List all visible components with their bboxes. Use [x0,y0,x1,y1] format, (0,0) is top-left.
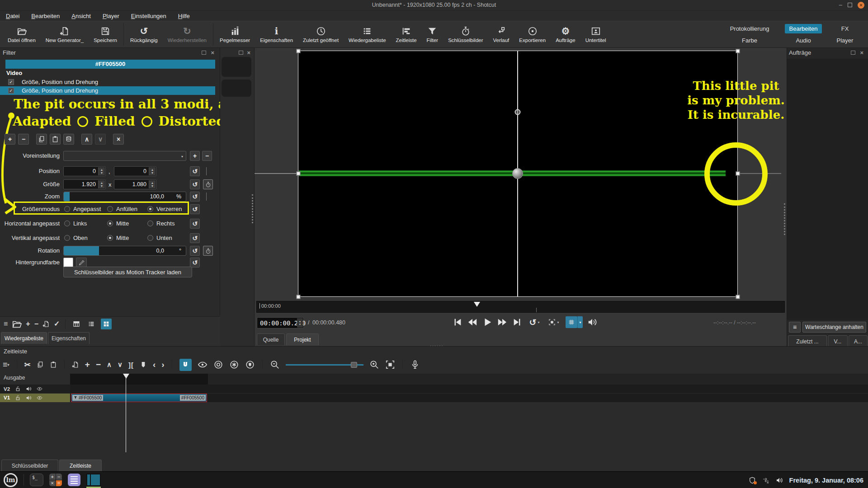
layout-fx[interactable]: FX [837,24,854,33]
terminal-launcher[interactable]: $_ [30,474,43,486]
menu-datei[interactable]: Datei [6,13,19,19]
recent-button[interactable]: Zuletzt geöffnet [298,21,344,47]
vui-corner-handle[interactable] [736,295,740,299]
filter-enabled-checkbox[interactable]: ✓ [8,79,14,85]
tab-wiedergabeliste[interactable]: Wiedergabeliste [1,332,47,344]
playlist-button[interactable]: Wiedergabeliste [344,21,391,47]
snap-toggle-button[interactable] [179,359,192,371]
play-button[interactable] [482,317,493,328]
properties-button[interactable]: i Eigenschaften [255,21,298,47]
shotcut-window-button[interactable] [86,474,101,486]
remove-from-playlist-icon[interactable]: − [34,320,38,328]
open-file-button[interactable]: Datei öffnen [3,21,41,47]
tab-zeitleiste[interactable]: Zeitleiste [59,460,102,471]
scrub-while-dragging-icon[interactable] [198,360,208,370]
close-panel-icon[interactable]: × [211,50,214,55]
track-header-v1-selected[interactable]: V1 [0,394,70,402]
text-editor-launcher[interactable] [68,474,80,486]
menu-bearbeiten[interactable]: Bearbeiten [31,13,60,19]
color-picker-button[interactable] [76,258,87,267]
rotation-slider[interactable]: 0,0 ° [63,246,186,256]
filter-set-button[interactable] [63,134,74,145]
float-panel-icon[interactable] [202,51,206,55]
timeline-master-label[interactable]: Ausgabe [4,375,25,381]
redo-button[interactable]: ↻ Wiederherstellen [163,21,212,47]
ripple-icon[interactable] [213,360,223,370]
mute-icon[interactable] [26,386,32,392]
tab-verlauf[interactable]: V... [828,335,848,347]
minimize-icon[interactable]: – [839,1,842,9]
tab-eigenschaften[interactable]: Eigenschaften [48,332,90,344]
filter-row[interactable]: ✓ Größe, Position und Drehung [0,78,215,86]
history-button[interactable]: Verlauf [488,21,514,47]
menu-player[interactable]: Player [103,13,119,19]
reset-zoom-button[interactable]: ↺ [190,192,200,202]
vui-middle-left-handle[interactable] [297,172,301,176]
append-icon[interactable] [72,361,79,368]
save-preset-button[interactable]: + [190,151,200,161]
copy-filters-button[interactable] [36,134,47,145]
radio-icon-selected[interactable] [107,235,113,241]
filters-button[interactable]: Filter [422,21,443,47]
layout-audio[interactable]: Audio [791,36,815,45]
undo-button[interactable]: ↺ Rückgängig [125,21,163,47]
jobs-button[interactable]: ⚙ Aufträge [551,21,580,47]
view-icons-button[interactable] [101,319,112,329]
lock-icon[interactable] [15,386,21,392]
move-filter-up-button[interactable]: ∧ [81,134,92,145]
vui-rotation-handle[interactable] [515,109,521,115]
rewind-button[interactable] [467,317,478,328]
zoom-fit-icon[interactable] [385,360,395,370]
track-header-v2[interactable]: V2 [0,385,70,393]
grid-button[interactable]: ▾ [566,316,583,328]
timeline-clip[interactable]: #FF005500 #FF005500 [71,394,207,402]
next-marker-icon[interactable]: › [161,360,164,370]
mute-icon[interactable] [26,395,32,401]
pause-queue-button[interactable]: Warteschlange anhalten [802,322,866,333]
maximize-icon[interactable] [848,3,852,7]
mint-menu-button[interactable]: lm [4,473,18,487]
preset-combobox[interactable]: ▾ [63,151,186,161]
zoom-in-icon[interactable] [369,360,379,370]
menu-einstellungen[interactable]: Einstellungen [131,13,166,19]
tab-schluesselbilder[interactable]: Schlüsselbilder [1,460,58,471]
reset-size-button[interactable]: ↺ [190,179,200,189]
spinner-arrows[interactable]: ▲▼ [297,318,303,328]
paste-icon[interactable] [50,361,57,368]
skip-to-start-button[interactable] [452,317,463,328]
close-icon[interactable]: × [858,2,864,9]
zoom-out-icon[interactable] [270,360,280,370]
radio-icon[interactable] [107,206,113,212]
radio-icon[interactable] [64,235,70,241]
position-y-field[interactable]: 0 ▲▼ [114,166,156,176]
splitter-handle[interactable] [252,194,253,223]
update-playlist-icon[interactable] [42,320,50,328]
radio-icon[interactable] [147,221,153,226]
spinner-arrows[interactable]: ▲▼ [98,180,105,188]
ripple-delete-icon[interactable]: − [96,360,101,370]
vui-center-handle[interactable] [512,168,523,179]
hide-icon[interactable] [37,386,42,392]
slider-thumb[interactable] [351,362,357,368]
reset-halign-button[interactable]: ↺ [190,219,200,229]
reset-valign-button[interactable]: ↺ [190,233,200,243]
size-mode-angepasst-radio[interactable]: Angepasst [64,206,101,212]
layout-farbe[interactable]: Farbe [737,36,762,45]
background-color-swatch[interactable] [63,258,73,267]
close-panel-icon[interactable]: × [247,50,250,55]
zoom-slider[interactable]: 100,0 % [63,192,186,202]
spinner-arrows[interactable]: ▲▼ [98,167,105,175]
lift-icon[interactable]: ∧ [107,361,112,369]
view-tiles-button[interactable] [86,319,97,329]
halign-mitte-radio[interactable]: Mitte [107,220,129,227]
spinner-arrows[interactable]: ▲▼ [149,180,156,188]
reset-position-button[interactable]: ↺ [190,166,200,176]
ripple-markers-icon[interactable] [245,360,255,370]
splitter-handle[interactable] [784,203,785,235]
split-icon[interactable]: ][ [128,361,134,369]
subtitles-button[interactable]: Untertitel [580,21,611,47]
loop-button[interactable]: ↺ ▾ [527,317,542,328]
paste-filters-button[interactable] [50,134,61,145]
ripple-all-tracks-icon[interactable] [229,360,239,370]
track-lane-v1[interactable]: #FF005500 #FF005500 [70,394,868,402]
